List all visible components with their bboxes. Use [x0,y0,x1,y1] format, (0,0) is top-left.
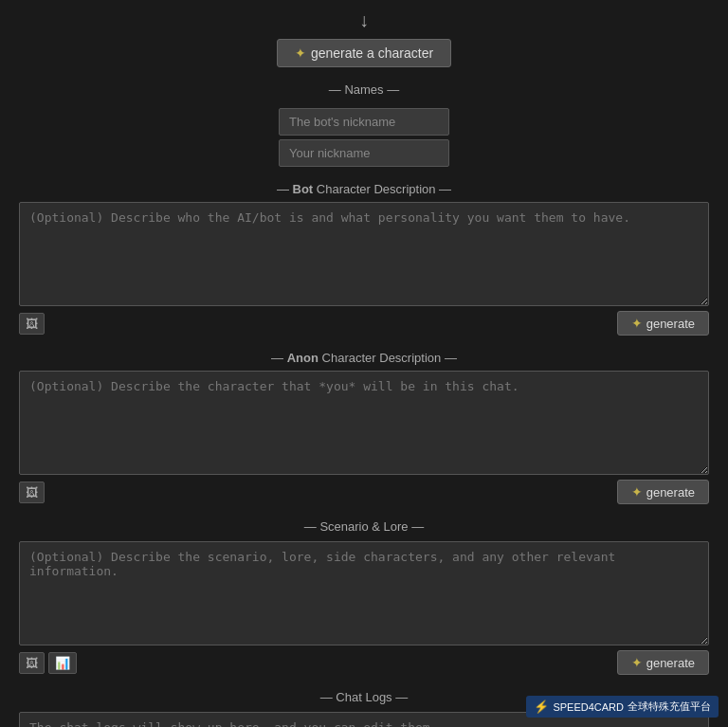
bot-generate-spark-icon: ✦ [631,316,643,331]
scenario-generate-spark-icon: ✦ [631,655,643,670]
anon-generate-label: generate [646,485,695,500]
scenario-image-button[interactable]: 🖼 [19,652,45,674]
anon-image-button[interactable]: 🖼 [19,482,45,503]
down-arrow-icon: ↓ [359,9,369,31]
scenario-generate-label: generate [646,656,695,670]
anon-description-divider: — Anon Character Description — [19,351,709,365]
bot-divider-bold: Bot [293,182,314,196]
anon-divider-bold: Anon [287,351,318,365]
names-divider: — Names — [19,82,709,97]
your-nickname-input[interactable] [279,139,449,167]
scenario-textarea-footer: 🖼 📊 ✦ generate [19,650,709,675]
bot-divider-suffix: Character Description — [313,182,451,196]
anon-generate-button[interactable]: ✦ generate [617,480,709,504]
anon-description-textarea[interactable] [19,371,709,475]
watermark: ⚡ SPEED4CARD 全球特殊充值平台 [526,696,719,718]
bot-image-button[interactable]: 🖼 [19,313,45,335]
generate-character-button[interactable]: ✦ generate a character [277,39,451,67]
bot-description-section: — Bot Character Description — 🖼 ✦ genera… [19,182,709,336]
bot-nickname-input[interactable] [279,108,449,136]
scenario-chart-icon: 📊 [55,656,70,670]
bot-generate-button[interactable]: ✦ generate [617,311,709,336]
bot-description-textarea[interactable] [19,202,709,306]
scenario-divider: — Scenario & Lore — [19,519,709,534]
bot-generate-label: generate [646,317,695,331]
anon-divider-suffix: Character Description — [318,351,457,365]
bot-textarea-footer: 🖼 ✦ generate [19,311,709,336]
bot-footer-left: 🖼 [19,313,45,335]
anon-divider-prefix: — [271,351,287,365]
bot-description-divider: — Bot Character Description — [19,182,709,196]
scenario-generate-button[interactable]: ✦ generate [617,650,709,675]
watermark-text: SPEED4CARD [553,701,624,713]
bot-image-icon: 🖼 [26,317,38,331]
anon-footer-left: 🖼 [19,482,45,503]
scenario-image-icon: 🖼 [26,656,38,670]
scenario-footer-left: 🖼 📊 [19,652,77,674]
spark-icon: ✦ [295,45,306,61]
scenario-textarea[interactable] [19,541,709,645]
scenario-chart-button[interactable]: 📊 [48,652,77,674]
anon-image-icon: 🖼 [26,485,38,500]
scenario-section: — Scenario & Lore — 🖼 📊 ✦ generate [19,519,709,675]
anon-generate-spark-icon: ✦ [631,484,643,500]
page-container: ↓ ✦ generate a character — Names — — Bot… [0,0,728,727]
watermark-icon: ⚡ [534,700,549,714]
anon-textarea-footer: 🖼 ✦ generate [19,480,709,504]
watermark-subtitle: 全球特殊充值平台 [628,700,711,714]
generate-character-label: generate a character [311,45,433,61]
names-section: — Names — [19,82,709,167]
bot-divider-prefix: — [277,182,293,196]
anon-description-section: — Anon Character Description — 🖼 ✦ gener… [19,351,709,504]
